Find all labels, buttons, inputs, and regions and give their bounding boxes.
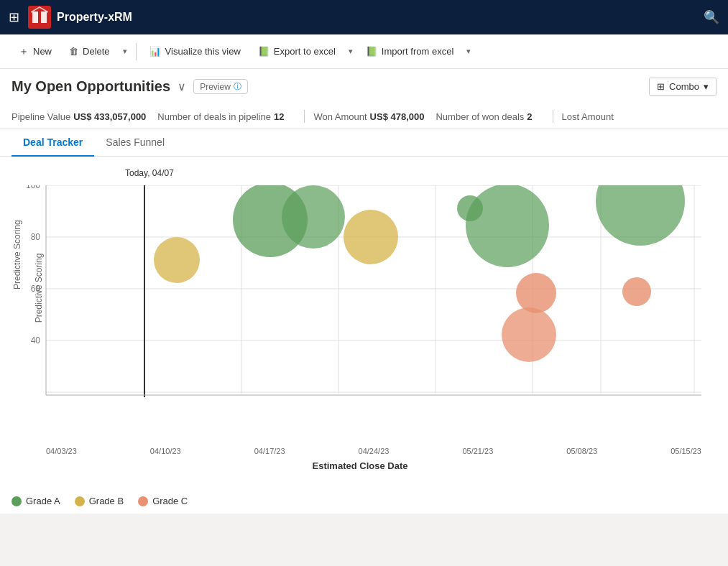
lost-amount-label: Lost Amount: [562, 111, 614, 122]
svg-point-25: [344, 210, 398, 264]
svg-rect-0: [28, 6, 51, 29]
info-icon: ⓘ: [234, 81, 241, 92]
svg-point-27: [466, 185, 549, 267]
tabs-container: Deal Tracker Sales Funnel: [0, 129, 728, 157]
num-won-label: Number of won deals: [436, 111, 524, 122]
chart-card: Deal Tracker Sales Funnel Today, 04/07: [0, 129, 728, 514]
legend-grade-b: Grade B: [75, 496, 124, 506]
svg-rect-1: [32, 11, 38, 23]
delete-label: Delete: [83, 46, 110, 57]
title-dropdown-icon[interactable]: ∨: [178, 80, 186, 93]
grade-a-dot: [11, 496, 22, 506]
import-label: Import from excel: [382, 46, 453, 57]
x-label-7: 05/15/23: [671, 447, 701, 455]
legend-grade-c: Grade C: [138, 496, 188, 506]
tab-sales-funnel[interactable]: Sales Funnel: [94, 129, 176, 157]
stats-divider-2: [553, 110, 553, 123]
svg-text:40: 40: [31, 335, 41, 345]
won-amount-value: US$ 478,000: [370, 111, 425, 122]
svg-text:80: 80: [31, 232, 41, 242]
app-logo-area: Property-xRM: [28, 6, 132, 29]
visualize-button[interactable]: 📊 Visualize this view: [142, 42, 248, 61]
svg-rect-2: [41, 11, 47, 23]
search-icon[interactable]: 🔍: [704, 9, 719, 25]
x-label-2: 04/10/23: [150, 447, 181, 455]
x-label-5: 05/21/23: [462, 447, 493, 455]
x-label-6: 05/08/23: [566, 447, 597, 455]
page-header-top: My Open Opportunities ∨ Preview ⓘ ⊞ Comb…: [11, 78, 717, 96]
x-axis-title: Estimated Close Date: [11, 460, 709, 471]
won-amount-label: Won Amount: [313, 111, 367, 122]
num-deals-label: Number of deals in pipeline: [157, 111, 271, 122]
num-won-value: 2: [527, 111, 532, 122]
svg-point-22: [154, 237, 200, 283]
y-axis-text: Predictive Scoring: [34, 254, 44, 323]
app-title: Property-xRM: [57, 11, 132, 24]
tab-deal-tracker[interactable]: Deal Tracker: [11, 129, 94, 157]
legend-grade-a: Grade A: [11, 496, 60, 506]
num-deals-value: 12: [274, 111, 284, 122]
grade-c-label: Grade C: [152, 496, 188, 506]
sales-funnel-label: Sales Funnel: [106, 136, 165, 148]
page-title: My Open Opportunities: [11, 78, 170, 95]
import-button[interactable]: 📗 Import from excel: [359, 42, 461, 61]
pipeline-value-label: Pipeline Value: [11, 111, 70, 122]
x-label-1: 04/03/23: [46, 447, 77, 455]
delete-dropdown[interactable]: ▾: [120, 42, 130, 60]
grade-a-label: Grade A: [26, 496, 60, 506]
export-dropdown[interactable]: ▾: [346, 42, 356, 60]
visualize-icon: 📊: [149, 46, 161, 57]
svg-text:Predictive Scoring: Predictive Scoring: [12, 220, 22, 289]
import-dropdown[interactable]: ▾: [464, 42, 474, 60]
new-button[interactable]: ＋ New: [11, 41, 59, 62]
x-axis-text: Estimated Close Date: [313, 460, 408, 471]
svg-point-29: [502, 307, 556, 362]
export-label: Export to excel: [274, 46, 336, 57]
svg-text:100: 100: [26, 185, 40, 190]
delete-icon: 🗑: [69, 46, 78, 57]
x-label-3: 04/17/23: [254, 447, 285, 455]
top-navigation: ⊞ Property-xRM 🔍: [0, 0, 728, 34]
y-axis-label: Predictive Scoring: [34, 254, 44, 323]
export-button[interactable]: 📗 Export to excel: [251, 42, 343, 61]
divider-1: [136, 43, 137, 60]
import-icon: 📗: [366, 46, 377, 57]
chart-wrapper: Today, 04/07 100 80 60: [11, 168, 709, 477]
stats-bar: Pipeline Value US$ 433,057,000 Number of…: [11, 104, 717, 129]
pipeline-value: US$ 433,057,000: [73, 111, 146, 122]
svg-point-31: [622, 277, 651, 306]
chart-svg: 100 80 60 40 Predictive Scoring: [11, 185, 709, 444]
tabs: Deal Tracker Sales Funnel: [0, 129, 728, 156]
grade-c-dot: [138, 496, 148, 506]
visualize-label: Visualize this view: [165, 46, 241, 57]
stats-divider-1: [304, 110, 305, 123]
combo-label: Combo: [669, 81, 699, 92]
toolbar: ＋ New 🗑 Delete ▾ 📊 Visualize this view 📗…: [0, 34, 728, 69]
export-icon: 📗: [258, 46, 269, 57]
page-header: My Open Opportunities ∨ Preview ⓘ ⊞ Comb…: [0, 69, 728, 129]
grade-b-label: Grade B: [89, 496, 124, 506]
x-label-4: 04/24/23: [359, 447, 390, 455]
combo-button[interactable]: ⊞ Combo ▾: [649, 78, 717, 96]
new-icon: ＋: [19, 45, 29, 58]
x-axis-labels: 04/03/23 04/10/23 04/17/23 04/24/23 05/2…: [46, 447, 701, 455]
preview-badge[interactable]: Preview ⓘ: [193, 79, 248, 94]
app-logo: [28, 6, 51, 29]
combo-dropdown-icon: ▾: [704, 81, 709, 92]
page-title-area: My Open Opportunities ∨ Preview ⓘ: [11, 78, 248, 95]
chart-area: Today, 04/07 100 80 60: [0, 157, 728, 488]
grid-icon[interactable]: ⊞: [9, 9, 19, 25]
new-label: New: [33, 46, 52, 57]
svg-point-28: [516, 273, 556, 313]
grade-b-dot: [75, 496, 85, 506]
svg-point-24: [282, 185, 345, 249]
svg-point-30: [596, 185, 685, 246]
chart-legend: Grade A Grade B Grade C: [0, 488, 728, 514]
combo-icon: ⊞: [657, 81, 665, 92]
deal-tracker-label: Deal Tracker: [23, 136, 83, 148]
preview-label: Preview: [200, 82, 231, 92]
today-label: Today, 04/07: [125, 168, 174, 178]
delete-button[interactable]: 🗑 Delete: [62, 42, 117, 61]
